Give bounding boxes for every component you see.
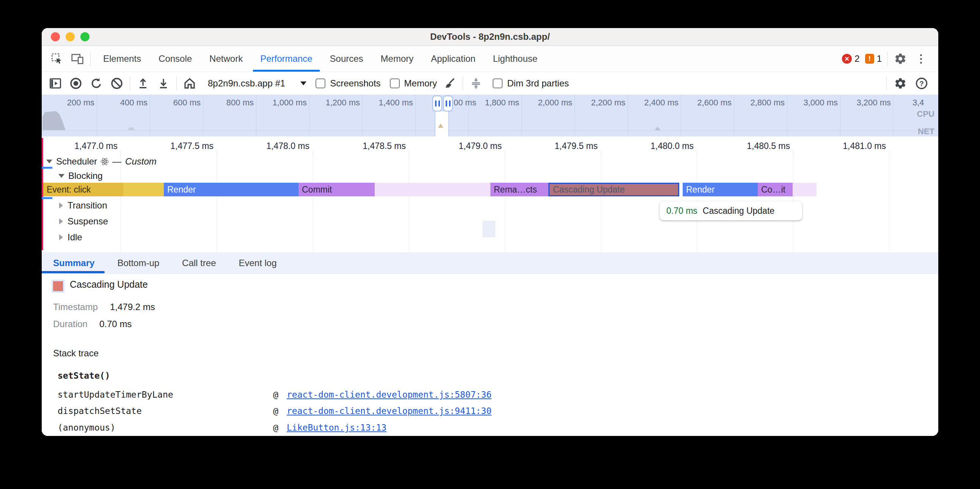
overview-tick: 2,800 ms xyxy=(735,98,785,108)
react-atom-icon xyxy=(100,157,109,166)
collapse-arrow-icon[interactable] xyxy=(59,218,63,224)
flame-bar-cascading-update[interactable]: Cascading Update xyxy=(549,183,679,196)
ruler-tick: 1,481.0 ms xyxy=(829,141,886,151)
tabbar-right-separator xyxy=(887,52,888,66)
details-tabbar: Summary Bottom-up Call tree Event log xyxy=(42,253,938,274)
flame-bar-commit-2[interactable]: Co…it xyxy=(758,183,793,196)
duration-value: 0.70 ms xyxy=(99,319,132,329)
track-scheduler[interactable]: Scheduler — Custom xyxy=(46,156,157,167)
warning-badge[interactable]: ! 1 xyxy=(865,54,882,64)
warning-icon: ! xyxy=(865,54,874,64)
tab-elements[interactable]: Elements xyxy=(94,46,150,71)
flame-bar-event-click-tail[interactable] xyxy=(123,183,164,196)
minimize-window-button[interactable] xyxy=(65,32,75,41)
flame-bar-tail-span[interactable] xyxy=(793,183,816,196)
warning-count: 1 xyxy=(877,54,882,64)
stack-frame-link[interactable]: LikeButton.js:13:13 xyxy=(287,423,387,432)
overview-tick-clipped: 3,4 xyxy=(913,98,924,108)
collapse-tracks-icon[interactable] xyxy=(468,76,484,91)
gridline xyxy=(505,156,505,252)
upload-profile-icon[interactable] xyxy=(135,76,151,91)
overview-tick: 200 ms xyxy=(45,98,94,108)
timestamp-value: 1,479.2 ms xyxy=(110,302,155,312)
toolbar-right: ? xyxy=(886,76,938,91)
tab-bottom-up[interactable]: Bottom-up xyxy=(106,253,171,273)
flame-bar-render[interactable]: Render xyxy=(164,183,299,196)
memory-checkbox[interactable] xyxy=(390,78,400,88)
overview-tick: 2,400 ms xyxy=(629,98,678,108)
track-blocking[interactable]: Blocking xyxy=(59,170,103,182)
tab-call-tree[interactable]: Call tree xyxy=(171,253,227,273)
dim-3rd-parties-checkbox[interactable] xyxy=(493,78,503,88)
capture-settings-gear-icon[interactable] xyxy=(893,76,908,91)
tabbar-separator xyxy=(90,52,91,66)
collapse-arrow-icon[interactable] xyxy=(59,202,63,208)
screenshots-checkbox[interactable] xyxy=(315,78,325,88)
zoom-window-button[interactable] xyxy=(80,32,89,41)
collapse-arrow-icon[interactable] xyxy=(59,234,63,240)
cpu-lane-label: CPU xyxy=(917,109,934,119)
stack-trace-title: Stack trace xyxy=(53,348,99,359)
record-icon[interactable] xyxy=(68,76,83,91)
gridline xyxy=(601,156,601,252)
track-transition[interactable]: Transition xyxy=(59,200,107,211)
selection-left-handle[interactable] xyxy=(432,95,442,111)
stack-frame-fn: startUpdateTimerByLane xyxy=(58,390,173,400)
selection-right-handle[interactable] xyxy=(443,95,453,111)
home-live-metrics-icon[interactable] xyxy=(182,76,197,91)
tab-lighthouse[interactable]: Lighthouse xyxy=(484,46,546,71)
performance-toolbar: 8p2n9n.csb.app #1 Screenshots Memory Dim… xyxy=(42,72,938,95)
download-profile-icon[interactable] xyxy=(156,76,171,91)
device-toolbar-icon[interactable] xyxy=(70,51,85,66)
track-idle[interactable]: Idle xyxy=(59,232,82,243)
profile-select[interactable]: 8p2n9n.csb.app #1 xyxy=(208,78,306,89)
stack-frame-link[interactable]: react-dom-client.development.js:9411:30 xyxy=(287,406,492,416)
stack-frame-link[interactable]: react-dom-client.development.js:5807:36 xyxy=(287,390,492,400)
close-window-button[interactable] xyxy=(51,32,60,41)
tab-sources[interactable]: Sources xyxy=(321,46,372,71)
track-group-accent xyxy=(42,138,43,250)
track-focus-mark xyxy=(42,197,52,199)
flame-bar-event-click[interactable]: Event: click xyxy=(43,183,123,196)
flame-bar-commit[interactable]: Commit xyxy=(299,183,375,196)
stack-frame-fn: (anonymous) xyxy=(58,423,115,432)
flame-bar-render-2[interactable]: Render xyxy=(682,183,758,196)
devtools-tabbar: Elements Console Network Performance Sou… xyxy=(42,46,938,72)
cpu-baseline xyxy=(42,130,938,130)
memory-option: Memory xyxy=(390,78,437,89)
gridline xyxy=(121,156,121,252)
tab-network[interactable]: Network xyxy=(200,46,251,71)
garbage-collect-icon[interactable] xyxy=(442,76,457,91)
flame-chart[interactable]: Scheduler — Custom Blocking Event: click… xyxy=(42,156,938,252)
expand-arrow-icon[interactable] xyxy=(59,174,64,178)
error-badge[interactable]: ✕ 2 xyxy=(842,54,859,64)
settings-gear-icon[interactable] xyxy=(893,51,908,66)
flame-bars: Event: click Render Commit Rema…cts Casc… xyxy=(43,183,938,196)
ruler-notch xyxy=(121,151,121,156)
tab-console[interactable]: Console xyxy=(150,46,200,71)
flame-bar-remaining-effects[interactable]: Rema…cts xyxy=(490,183,549,196)
tabbar-tools xyxy=(42,51,90,66)
tab-application[interactable]: Application xyxy=(422,46,484,71)
ruler-notch xyxy=(216,151,217,156)
inspect-element-icon[interactable] xyxy=(49,51,64,66)
toggle-sidebar-icon[interactable] xyxy=(48,76,63,91)
stack-root-call: setState() xyxy=(58,371,110,381)
tab-memory[interactable]: Memory xyxy=(372,46,423,71)
overview-tick: 400 ms xyxy=(98,98,148,108)
overview-selection-window[interactable] xyxy=(434,111,449,137)
track-suspense[interactable]: Suspense xyxy=(59,216,108,227)
event-color-swatch xyxy=(53,281,63,291)
tab-event-log[interactable]: Event log xyxy=(227,253,288,273)
ruler-notch xyxy=(793,151,794,156)
tab-summary[interactable]: Summary xyxy=(42,253,106,273)
timeline-ruler[interactable]: 1,477.0 ms 1,477.5 ms 1,478.0 ms 1,478.5… xyxy=(42,137,938,156)
clear-icon[interactable] xyxy=(109,76,124,91)
more-options-icon[interactable] xyxy=(913,51,928,66)
record-and-reload-icon[interactable] xyxy=(89,76,104,91)
help-icon[interactable]: ? xyxy=(914,76,929,91)
expand-arrow-icon[interactable] xyxy=(46,160,52,164)
timeline-overview[interactable]: 200 ms 400 ms 600 ms 800 ms 1,000 ms 1,2… xyxy=(42,95,938,137)
flame-bar-idle-span[interactable] xyxy=(375,183,490,196)
tab-performance[interactable]: Performance xyxy=(251,46,321,71)
